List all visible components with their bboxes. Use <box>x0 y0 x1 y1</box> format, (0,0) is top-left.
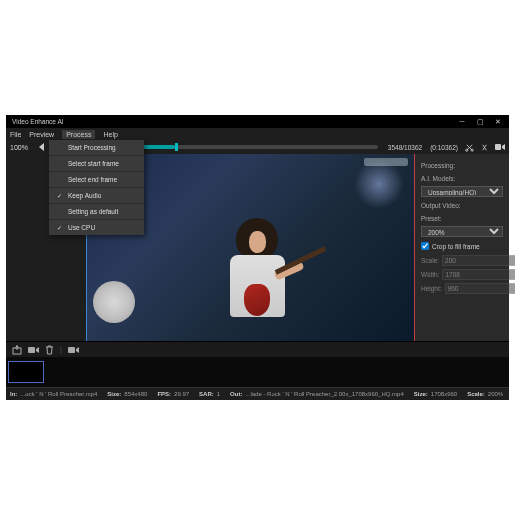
menu-start-processing[interactable]: Start Processing <box>49 140 144 156</box>
preset-select[interactable]: 200% <box>421 226 503 237</box>
out-size: 1708x960 <box>431 391 457 397</box>
in-file: ...ock ' N ' Roll Preacher.mp4 <box>20 391 97 397</box>
maximize-button[interactable]: ▢ <box>471 115 489 128</box>
crop-label: Crop to fill frame <box>432 243 480 250</box>
settings-sidebar: Processing: A.I. Models: Upsampling(HQ) … <box>415 154 509 341</box>
record-strip-icon[interactable] <box>68 346 79 354</box>
svg-point-1 <box>471 149 473 151</box>
camera-icon[interactable] <box>28 346 39 354</box>
process-dropdown-menu: Start Processing Select start frame Sele… <box>49 140 144 235</box>
sar-label: SAR: <box>199 391 214 397</box>
prev-frame-button[interactable] <box>36 142 47 153</box>
fps-label: FPS: <box>157 391 171 397</box>
cut-icon[interactable] <box>464 142 475 153</box>
menu-bar: File Preview Process Help <box>6 128 509 140</box>
scale-input[interactable] <box>442 255 515 266</box>
size-label: Size: <box>107 391 121 397</box>
status-bar: In: ...ock ' N ' Roll Preacher.mp4 Size:… <box>6 387 509 400</box>
scale-label: Scale: <box>421 257 439 264</box>
svg-rect-4 <box>28 347 35 353</box>
width-input[interactable] <box>442 269 515 280</box>
trash-icon[interactable] <box>45 345 54 355</box>
minimize-button[interactable]: ─ <box>453 115 471 128</box>
zoom-level[interactable]: 100% <box>10 144 28 151</box>
width-label: Width: <box>421 271 439 278</box>
menu-keep-audio[interactable]: ✓Keep Audio <box>49 188 144 204</box>
model-select[interactable]: Upsampling(HQ) <box>421 186 503 197</box>
scale-out-label: Scale: <box>467 391 485 397</box>
menu-help[interactable]: Help <box>103 131 117 138</box>
preset-label: Preset: <box>421 215 503 222</box>
export-icon[interactable] <box>12 345 22 355</box>
time-counter: (0:10362) <box>430 144 458 151</box>
split-icon[interactable] <box>479 142 490 153</box>
out-size-label: Size: <box>414 391 428 397</box>
in-label: In: <box>10 391 17 397</box>
thumbnail[interactable] <box>8 361 44 383</box>
close-button[interactable]: ✕ <box>489 115 507 128</box>
svg-rect-5 <box>68 347 75 353</box>
title-bar: Video Enhance AI ─ ▢ ✕ <box>6 115 509 128</box>
height-label: Height: <box>421 285 442 292</box>
app-window: Video Enhance AI ─ ▢ ✕ File Preview Proc… <box>6 115 509 400</box>
menu-select-end-frame[interactable]: Select end frame <box>49 172 144 188</box>
crop-checkbox[interactable] <box>421 242 429 250</box>
menu-process[interactable]: Process <box>62 130 95 139</box>
processing-label: Processing: <box>421 162 503 169</box>
thumbnail-strip <box>6 357 509 387</box>
menu-file[interactable]: File <box>10 131 21 138</box>
out-label: Out: <box>230 391 242 397</box>
sar-value: 1 <box>217 391 220 397</box>
models-label: A.I. Models: <box>421 175 503 182</box>
check-icon: ✓ <box>57 224 63 231</box>
menu-select-start-frame[interactable]: Select start frame <box>49 156 144 172</box>
fps-value: 29.97 <box>174 391 189 397</box>
frame-counter: 3548/10362 <box>388 144 422 151</box>
svg-rect-2 <box>495 144 501 150</box>
watermark: ALL PC World <box>364 158 408 166</box>
in-size: 854x480 <box>124 391 147 397</box>
menu-use-cpu[interactable]: ✓Use CPU <box>49 220 144 235</box>
out-file: ...lade - Rock ' N ' Roll Preacher_2.00x… <box>245 391 403 397</box>
check-icon: ✓ <box>57 192 63 199</box>
window-title: Video Enhance AI <box>8 118 453 125</box>
action-strip: | <box>6 341 509 357</box>
output-label: Output Video: <box>421 202 503 209</box>
timeline-handle[interactable] <box>175 143 178 151</box>
height-input[interactable] <box>445 283 515 294</box>
menu-preview[interactable]: Preview <box>29 131 54 138</box>
scale-out-value: 200% <box>488 391 503 397</box>
menu-setting-default[interactable]: Setting as default <box>49 204 144 220</box>
svg-point-0 <box>466 149 468 151</box>
record-icon[interactable] <box>494 142 505 153</box>
